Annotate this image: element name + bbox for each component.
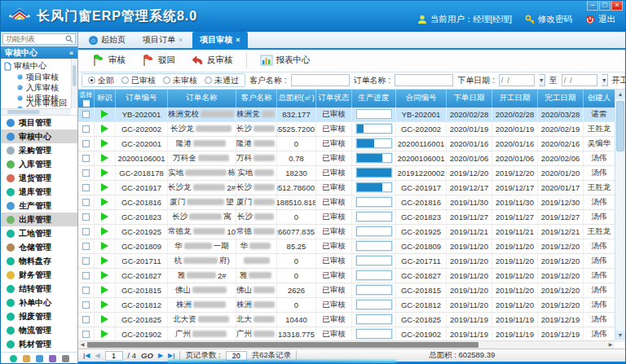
tab-close-icon[interactable]: × xyxy=(179,36,183,44)
table-row[interactable]: GC-201827雅2#雅0已审核GC-2018272019/11/202019… xyxy=(78,269,625,283)
row-checkbox[interactable] xyxy=(82,169,90,177)
sidebar-item-物料盘存[interactable]: 物料盘存 xyxy=(1,254,77,268)
prev-page-button[interactable]: ◀ xyxy=(95,352,99,359)
table-row[interactable]: GC-201815佛山佛山2626已审核GC-2018152019/11/202… xyxy=(78,283,625,298)
header-order-no[interactable]: 订单编号 xyxy=(116,90,168,107)
header-creator[interactable]: 创建人 xyxy=(584,90,615,107)
pen-icon[interactable] xyxy=(36,355,43,362)
table-horizontal-scrollbar[interactable]: ◀ ▶ xyxy=(78,340,615,349)
tab-close-icon[interactable]: × xyxy=(236,36,240,44)
row-checkbox[interactable] xyxy=(82,316,90,323)
radio-rejected[interactable]: 未通过 xyxy=(205,75,239,86)
sidebar-item-项目管理[interactable]: 项目管理 xyxy=(1,116,77,129)
sidebar-item-报废管理[interactable]: 报废管理 xyxy=(1,309,77,323)
date-dropdown-icon[interactable]: ▼ xyxy=(602,74,608,86)
order-date-to-input[interactable] xyxy=(562,74,597,86)
row-checkbox[interactable] xyxy=(82,287,90,294)
sidebar-item-生产管理[interactable]: 生产管理 xyxy=(1,199,77,213)
row-checkbox[interactable] xyxy=(82,140,90,147)
collapse-icon[interactable]: « xyxy=(69,49,73,57)
row-checkbox[interactable] xyxy=(82,243,90,250)
tree-root[interactable]: 审核中心 xyxy=(4,60,71,72)
header-area[interactable]: 总面积(㎡) xyxy=(277,90,316,107)
order-date-from-input[interactable] xyxy=(499,74,535,86)
sidebar-item-物流管理[interactable]: 物流管理 xyxy=(1,323,77,337)
row-checkbox[interactable] xyxy=(82,257,90,265)
minimize-button[interactable]: − xyxy=(587,1,598,11)
sidebar-item-入库管理[interactable]: 入库管理 xyxy=(1,157,77,171)
table-row[interactable]: GC-201925常德龙10常德266077.835..已审核GC-201925… xyxy=(78,225,625,239)
table-vertical-scrollbar[interactable]: ▲ ▼ xyxy=(615,90,625,340)
audit-button[interactable]: 审核 xyxy=(85,50,133,70)
row-checkbox[interactable] xyxy=(82,111,90,118)
tree-item[interactable]: 项目审核 xyxy=(4,72,71,82)
next-page-button[interactable]: ▶ xyxy=(158,352,163,359)
customer-name-input[interactable] xyxy=(291,74,350,86)
sidebar-item-出库管理[interactable]: 出库管理 xyxy=(1,213,77,226)
sidebar-item-审核中心[interactable]: 审核中心 xyxy=(1,129,77,143)
list-icon[interactable] xyxy=(62,355,69,362)
row-checkbox[interactable] xyxy=(82,331,90,338)
sidebar-item-耗材管理[interactable]: 耗材管理 xyxy=(1,337,77,351)
table-row[interactable]: GC-201809华一期华85.25已审核GC-2018092019/11/20… xyxy=(78,239,625,254)
report-center-button[interactable]: 报表中心 xyxy=(253,51,318,69)
row-checkbox[interactable] xyxy=(82,155,90,162)
sidebar-item-财务管理[interactable]: 财务管理 xyxy=(1,268,77,282)
book-icon[interactable] xyxy=(49,355,56,362)
close-button[interactable]: × xyxy=(611,1,623,11)
unaudit-button[interactable]: 反审核 xyxy=(184,51,240,69)
row-checkbox[interactable] xyxy=(82,125,90,133)
go-button[interactable]: GO xyxy=(141,351,153,360)
sidebar-item-采购管理[interactable]: 采购管理 xyxy=(1,143,77,157)
last-page-button[interactable]: ▶| xyxy=(168,352,174,359)
dot-icon[interactable] xyxy=(10,355,17,362)
scroll-down-icon[interactable]: ▼ xyxy=(615,331,625,340)
row-checkbox[interactable] xyxy=(82,213,90,221)
header-order-name[interactable]: 订单名称 xyxy=(168,90,236,107)
row-checkbox[interactable] xyxy=(82,272,90,279)
table-row[interactable]: GC-201812株洲株洲0已审核GC-2018122019/11/202019… xyxy=(78,298,625,313)
row-checkbox[interactable] xyxy=(82,301,90,309)
row-checkbox[interactable] xyxy=(82,199,90,206)
table-row[interactable]: GC-202001隆港隆港0已审核202001160012020/01/1620… xyxy=(78,137,625,151)
page-size-input[interactable] xyxy=(226,351,247,361)
header-customer[interactable]: 客户名称 xyxy=(236,90,277,107)
scrollbar-thumb[interactable] xyxy=(87,342,478,348)
tab-project-orders[interactable]: 项目订单 × xyxy=(135,32,190,48)
table-row[interactable]: GC-201816厦门望厦门188510.818已审核GC-2018162019… xyxy=(78,195,625,210)
scrollbar-thumb[interactable] xyxy=(616,101,624,151)
radio-audited[interactable]: 已审核 xyxy=(121,75,156,86)
sidebar-item-退库管理[interactable]: 退库管理 xyxy=(1,185,77,199)
header-order-date[interactable]: 下单日期 xyxy=(447,90,492,107)
table-row[interactable]: GC-202002长沙龙长沙65525.7200..已审核GC-20200220… xyxy=(78,122,625,137)
header-progress[interactable]: 生产进度 xyxy=(352,90,396,107)
current-user[interactable]: 当前用户：经理[经理] xyxy=(417,14,512,25)
header-contract[interactable]: 合同编号 xyxy=(396,90,447,107)
table-row[interactable]: GC-201711杭府)0已审核GC-2017112019/11/202019/… xyxy=(78,254,625,269)
radio-unaudited[interactable]: 未审核 xyxy=(163,75,197,86)
sidebar-item-结转管理[interactable]: 结转管理 xyxy=(1,282,77,296)
table-row[interactable]: GC-201825北大资北大10440已审核GC-2018252019/11/1… xyxy=(78,313,625,327)
tree-vertical-scrollbar[interactable] xyxy=(71,59,77,108)
sidebar-item-工地管理[interactable]: 工地管理 xyxy=(1,226,77,240)
first-page-button[interactable]: |◀ xyxy=(83,352,90,359)
scroll-right-icon[interactable]: ▶ xyxy=(606,341,615,349)
radio-all[interactable]: 全部 xyxy=(88,75,114,86)
page-number-input[interactable] xyxy=(105,351,123,361)
logout-button[interactable]: 退出 xyxy=(585,14,615,25)
header-finish-date[interactable]: 完工日期 xyxy=(538,90,584,107)
date-dropdown-icon[interactable]: ▼ xyxy=(539,74,545,86)
tab-project-audit[interactable]: 项目审核 × xyxy=(192,32,247,48)
change-password-button[interactable]: 修改密码 xyxy=(525,14,572,25)
tab-home[interactable]: ⌂ 起始页 xyxy=(82,32,133,48)
tree-horizontal-scrollbar[interactable] xyxy=(1,108,71,115)
select-all-checkbox[interactable] xyxy=(83,100,90,107)
maximize-button[interactable]: □ xyxy=(599,1,611,11)
order-name-input[interactable] xyxy=(395,74,453,86)
cart-icon[interactable] xyxy=(23,355,30,362)
sidebar-item-仓储管理[interactable]: 仓储管理 xyxy=(1,240,77,254)
reject-button[interactable]: 驳回 xyxy=(134,50,183,70)
table-row[interactable]: 20200106001万科金万科0.78已审核202001060012020/0… xyxy=(78,151,625,166)
scroll-up-icon[interactable]: ▲ xyxy=(615,90,625,99)
table-row[interactable]: GC-201823长沙寓长沙0已审核GC-2018232019/11/27201… xyxy=(78,210,625,225)
